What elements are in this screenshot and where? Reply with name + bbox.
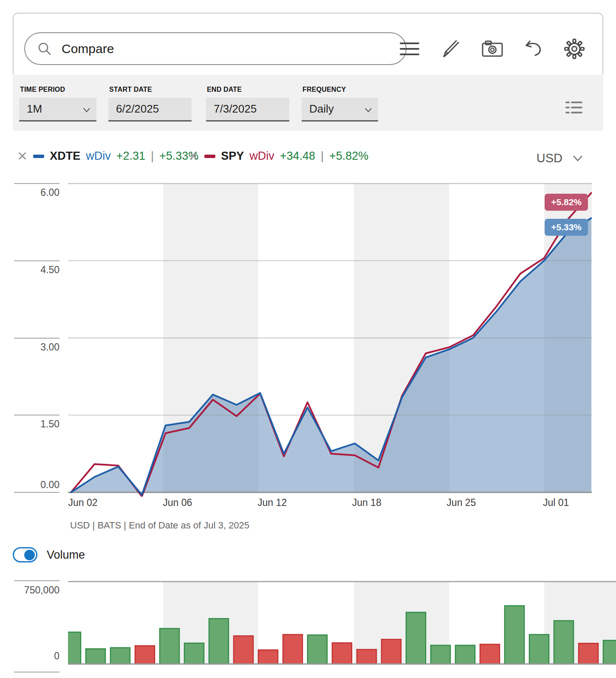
y-tick-label: 1.50: [0, 418, 59, 430]
volume-chart-plot[interactable]: [68, 580, 616, 668]
settings-icon[interactable]: [564, 39, 585, 59]
volume-bar: [431, 645, 450, 664]
volume-bar: [406, 612, 426, 664]
y-tick-label: 0.00: [0, 479, 59, 491]
spy-suffix: wDiv: [249, 150, 274, 163]
price-chart-svg: [68, 181, 592, 497]
xdte-suffix: wDiv: [86, 150, 111, 163]
search-input[interactable]: [62, 42, 359, 56]
x-tick-label: Jun 12: [257, 497, 287, 508]
volume-y-tick-label: 750,000: [0, 585, 59, 596]
volume-bar: [160, 629, 179, 664]
start-date-value: 6/2/2025: [116, 102, 159, 116]
volume-bar: [579, 643, 598, 664]
y-tick-label: 6.00: [0, 187, 59, 198]
time-period-select[interactable]: 1M: [19, 98, 96, 121]
end-date-value: 7/3/2025: [214, 102, 257, 116]
separator: |: [151, 150, 154, 163]
frequency-label: FREQUENCY: [302, 86, 346, 93]
end-date-label: END DATE: [207, 86, 242, 93]
separator: |: [321, 150, 324, 163]
price-chart-plot[interactable]: [68, 181, 592, 497]
volume-bar: [308, 635, 327, 664]
draw-icon[interactable]: [441, 39, 461, 59]
volume-chart-svg: [68, 580, 616, 665]
xdte-ticker[interactable]: XDTE: [50, 150, 80, 163]
chevron-down-icon: [83, 102, 90, 116]
volume-bar: [381, 639, 401, 664]
volume-y-tick-label: 0: [0, 650, 59, 662]
y-grid-stub: [14, 492, 59, 493]
search-icon: [37, 41, 52, 56]
x-tick-label: Jun 06: [163, 497, 192, 508]
y-grid-stub: [14, 260, 59, 261]
volume-bar: [184, 643, 204, 664]
chart-source-caption: USD | BATS | End of Date as of Jul 3, 20…: [70, 520, 249, 531]
y-grid-stub: [14, 672, 59, 672]
filter-bar: TIME PERIOD 1M START DATE 6/2/2025 END D…: [13, 75, 603, 131]
y-grid-stub: [14, 183, 59, 184]
y-grid-stub: [14, 415, 59, 415]
toolbar-icons: [399, 34, 585, 64]
end-date-input[interactable]: 7/3/2025: [206, 98, 289, 121]
xdte-change: +2.31: [116, 150, 145, 163]
chevron-down-icon: [365, 102, 372, 116]
undo-icon[interactable]: [524, 40, 543, 58]
remove-series-icon[interactable]: ✕: [188, 150, 199, 163]
series-end-badge: +5.33%: [545, 219, 588, 236]
series-end-badge: +5.82%: [545, 194, 588, 211]
volume-bar: [357, 650, 376, 664]
x-tick-label: Jun 02: [68, 497, 97, 508]
currency-dropdown[interactable]: USD: [537, 151, 583, 165]
y-grid-stub: [14, 580, 59, 581]
volume-bar: [135, 646, 155, 664]
volume-bar: [68, 632, 81, 664]
xdte-line-swatch: [33, 155, 44, 158]
x-tick-label: Jun 18: [352, 497, 381, 508]
volume-bar: [234, 636, 253, 664]
time-period-value: 1M: [27, 102, 42, 116]
volume-bar: [110, 648, 130, 664]
spy-ticker[interactable]: SPY: [221, 150, 244, 163]
compare-chart-app: TIME PERIOD 1M START DATE 6/2/2025 END D…: [0, 0, 616, 678]
start-date-input[interactable]: 6/2/2025: [108, 98, 192, 121]
remove-series-icon[interactable]: ✕: [17, 150, 28, 163]
legend-item-spy: ✕ SPY wDiv +34.48 | +5.82%: [188, 150, 368, 163]
y-tick-label: 4.50: [0, 264, 59, 276]
volume-bar: [505, 606, 524, 664]
y-tick-label: 3.00: [0, 342, 59, 353]
legend-item-xdte: ✕ XDTE wDiv +2.31 | +5.33%: [17, 150, 198, 163]
volume-toggle[interactable]: [13, 547, 37, 562]
list-view-icon[interactable]: [565, 99, 583, 118]
start-date-label: START DATE: [109, 86, 152, 93]
frequency-select[interactable]: Daily: [302, 98, 378, 121]
top-toolbar: [13, 13, 603, 75]
y-grid-stub: [14, 338, 59, 339]
spy-change: +34.48: [280, 150, 315, 163]
frequency-value: Daily: [309, 102, 334, 116]
search-bar[interactable]: [24, 32, 407, 65]
volume-bar: [529, 635, 549, 664]
currency-value: USD: [537, 151, 562, 165]
volume-bar: [455, 645, 475, 664]
x-tick-label: Jun 25: [446, 497, 476, 508]
time-period-label: TIME PERIOD: [20, 86, 65, 93]
spy-percent: +5.82%: [329, 150, 368, 163]
spy-line-swatch: [204, 155, 215, 158]
volume-bar: [480, 644, 500, 664]
chevron-down-icon: [573, 155, 583, 161]
camera-icon[interactable]: [482, 40, 503, 58]
volume-bar: [209, 619, 229, 664]
volume-label: Volume: [47, 548, 85, 562]
volume-bar: [283, 635, 302, 664]
toggle-knob: [24, 550, 35, 560]
volume-bar: [603, 640, 616, 664]
legend-row: ✕ XDTE wDiv +2.31 | +5.33% ✕ SPY wDiv +3…: [0, 150, 616, 171]
x-tick-label: Jul 01: [543, 497, 569, 508]
volume-bar: [554, 621, 574, 664]
volume-bar: [258, 650, 278, 664]
volume-bar: [332, 643, 352, 664]
menu-icon[interactable]: [399, 41, 420, 56]
volume-bar: [86, 649, 105, 664]
